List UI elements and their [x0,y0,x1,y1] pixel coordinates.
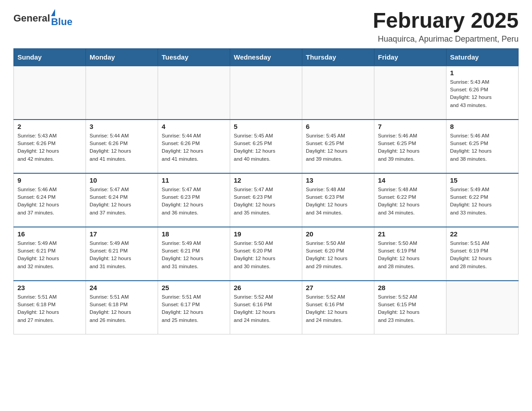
day-info: Sunrise: 5:45 AM Sunset: 6:25 PM Dayligh… [306,132,370,163]
logo-triangle-icon [51,9,55,16]
col-sunday: Sunday [14,48,86,66]
day-number: 8 [450,123,515,130]
calendar-cell: 25Sunrise: 5:51 AM Sunset: 6:17 PM Dayli… [158,281,230,334]
day-info: Sunrise: 5:43 AM Sunset: 6:26 PM Dayligh… [450,78,515,109]
logo: General Blue [13,9,73,28]
day-info: Sunrise: 5:51 AM Sunset: 6:18 PM Dayligh… [17,293,82,324]
week-row-5: 23Sunrise: 5:51 AM Sunset: 6:18 PM Dayli… [14,281,519,334]
calendar-cell [86,66,158,120]
title-area: February 2025 Huaquirca, Apurimac Depart… [373,9,519,44]
calendar-header-row: Sunday Monday Tuesday Wednesday Thursday… [14,48,519,66]
day-number: 18 [162,230,226,238]
calendar-table: Sunday Monday Tuesday Wednesday Thursday… [13,48,519,335]
calendar-cell: 19Sunrise: 5:50 AM Sunset: 6:20 PM Dayli… [230,227,302,281]
calendar-cell: 26Sunrise: 5:52 AM Sunset: 6:16 PM Dayli… [230,281,302,334]
calendar-cell: 24Sunrise: 5:51 AM Sunset: 6:18 PM Dayli… [86,281,158,334]
calendar-cell: 7Sunrise: 5:46 AM Sunset: 6:25 PM Daylig… [374,120,446,173]
day-number: 4 [162,123,226,130]
calendar-cell: 4Sunrise: 5:44 AM Sunset: 6:26 PM Daylig… [158,120,230,173]
calendar-cell: 18Sunrise: 5:49 AM Sunset: 6:21 PM Dayli… [158,227,230,281]
day-number: 22 [450,230,515,238]
page-header: General Blue February 2025 Huaquirca, Ap… [13,9,519,44]
day-number: 28 [378,284,442,291]
day-info: Sunrise: 5:43 AM Sunset: 6:26 PM Dayligh… [17,132,82,163]
day-number: 1 [450,69,515,77]
calendar-cell [374,66,446,120]
day-info: Sunrise: 5:46 AM Sunset: 6:25 PM Dayligh… [450,132,515,163]
col-monday: Monday [86,48,158,66]
calendar-cell: 12Sunrise: 5:47 AM Sunset: 6:23 PM Dayli… [230,173,302,227]
calendar-cell: 5Sunrise: 5:45 AM Sunset: 6:25 PM Daylig… [230,120,302,173]
day-info: Sunrise: 5:47 AM Sunset: 6:23 PM Dayligh… [234,186,298,217]
location-subtitle: Huaquirca, Apurimac Department, Peru [373,34,519,44]
calendar-cell [230,66,302,120]
day-info: Sunrise: 5:52 AM Sunset: 6:16 PM Dayligh… [306,293,370,324]
logo-general-text: General [13,13,50,24]
day-number: 19 [234,230,298,238]
day-number: 24 [90,284,154,291]
logo-blue-text: Blue [51,16,73,28]
week-row-4: 16Sunrise: 5:49 AM Sunset: 6:21 PM Dayli… [14,227,519,281]
month-title: February 2025 [373,9,519,33]
calendar-cell: 22Sunrise: 5:51 AM Sunset: 6:19 PM Dayli… [446,227,519,281]
col-wednesday: Wednesday [230,48,302,66]
calendar-cell: 1Sunrise: 5:43 AM Sunset: 6:26 PM Daylig… [446,66,519,120]
day-info: Sunrise: 5:51 AM Sunset: 6:18 PM Dayligh… [90,293,154,324]
calendar-cell: 20Sunrise: 5:50 AM Sunset: 6:20 PM Dayli… [302,227,374,281]
calendar-cell: 28Sunrise: 5:52 AM Sunset: 6:15 PM Dayli… [374,281,446,334]
day-info: Sunrise: 5:49 AM Sunset: 6:21 PM Dayligh… [90,240,154,270]
day-info: Sunrise: 5:49 AM Sunset: 6:22 PM Dayligh… [450,186,515,217]
calendar-cell: 9Sunrise: 5:46 AM Sunset: 6:24 PM Daylig… [14,173,86,227]
calendar-cell: 14Sunrise: 5:48 AM Sunset: 6:22 PM Dayli… [374,173,446,227]
day-number: 11 [162,176,226,184]
calendar-cell [158,66,230,120]
day-number: 23 [17,284,82,291]
day-number: 25 [162,284,226,291]
day-info: Sunrise: 5:51 AM Sunset: 6:19 PM Dayligh… [450,240,515,270]
calendar-cell [446,281,519,334]
day-info: Sunrise: 5:48 AM Sunset: 6:22 PM Dayligh… [378,186,442,217]
col-saturday: Saturday [446,48,519,66]
day-info: Sunrise: 5:44 AM Sunset: 6:26 PM Dayligh… [162,132,226,163]
calendar-cell [14,66,86,120]
day-number: 27 [306,284,370,291]
calendar-cell [302,66,374,120]
calendar-cell: 23Sunrise: 5:51 AM Sunset: 6:18 PM Dayli… [14,281,86,334]
day-number: 26 [234,284,298,291]
week-row-1: 1Sunrise: 5:43 AM Sunset: 6:26 PM Daylig… [14,66,519,120]
calendar-cell: 10Sunrise: 5:47 AM Sunset: 6:24 PM Dayli… [86,173,158,227]
day-info: Sunrise: 5:49 AM Sunset: 6:21 PM Dayligh… [17,240,82,270]
col-friday: Friday [374,48,446,66]
day-info: Sunrise: 5:52 AM Sunset: 6:16 PM Dayligh… [234,293,298,324]
day-info: Sunrise: 5:46 AM Sunset: 6:24 PM Dayligh… [17,186,82,217]
day-info: Sunrise: 5:47 AM Sunset: 6:24 PM Dayligh… [90,186,154,217]
day-number: 15 [450,176,515,184]
calendar-cell: 21Sunrise: 5:50 AM Sunset: 6:19 PM Dayli… [374,227,446,281]
day-number: 17 [90,230,154,238]
day-number: 13 [306,176,370,184]
day-number: 5 [234,123,298,130]
day-number: 7 [378,123,442,130]
day-info: Sunrise: 5:51 AM Sunset: 6:17 PM Dayligh… [162,293,226,324]
day-info: Sunrise: 5:48 AM Sunset: 6:23 PM Dayligh… [306,186,370,217]
calendar-cell: 2Sunrise: 5:43 AM Sunset: 6:26 PM Daylig… [14,120,86,173]
calendar-cell: 17Sunrise: 5:49 AM Sunset: 6:21 PM Dayli… [86,227,158,281]
day-info: Sunrise: 5:47 AM Sunset: 6:23 PM Dayligh… [162,186,226,217]
calendar-cell: 6Sunrise: 5:45 AM Sunset: 6:25 PM Daylig… [302,120,374,173]
calendar-cell: 16Sunrise: 5:49 AM Sunset: 6:21 PM Dayli… [14,227,86,281]
day-number: 21 [378,230,442,238]
day-number: 20 [306,230,370,238]
calendar-cell: 13Sunrise: 5:48 AM Sunset: 6:23 PM Dayli… [302,173,374,227]
day-number: 12 [234,176,298,184]
col-tuesday: Tuesday [158,48,230,66]
calendar-cell: 11Sunrise: 5:47 AM Sunset: 6:23 PM Dayli… [158,173,230,227]
day-info: Sunrise: 5:44 AM Sunset: 6:26 PM Dayligh… [90,132,154,163]
day-number: 6 [306,123,370,130]
day-number: 16 [17,230,82,238]
calendar-cell: 3Sunrise: 5:44 AM Sunset: 6:26 PM Daylig… [86,120,158,173]
day-number: 2 [17,123,82,130]
day-info: Sunrise: 5:45 AM Sunset: 6:25 PM Dayligh… [234,132,298,163]
day-number: 10 [90,176,154,184]
calendar-cell: 8Sunrise: 5:46 AM Sunset: 6:25 PM Daylig… [446,120,519,173]
col-thursday: Thursday [302,48,374,66]
